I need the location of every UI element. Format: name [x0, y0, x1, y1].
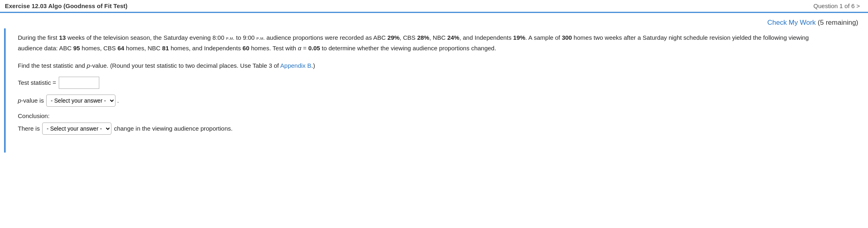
ind-pct: 19% [513, 34, 525, 41]
remaining-text: (5 remaining) [816, 19, 858, 27]
cbs-pct: 28% [417, 34, 429, 41]
ind-homes: 60 [243, 45, 250, 52]
alpha-value: 0.05 [308, 45, 320, 52]
test-statistic-row: Test statistic = [18, 77, 852, 89]
abc-homes: 95 [73, 45, 80, 52]
p-italic: p [87, 62, 90, 69]
check-my-work-label: Check My Work [767, 19, 816, 26]
pvalue-select[interactable]: - Select your answer - less than .005 .0… [46, 95, 115, 107]
weeks-bold: 13 [59, 34, 66, 41]
exercise-title: Exercise 12.03 Algo (Goodness of Fit Tes… [5, 2, 128, 9]
check-work-area: Check My Work (5 remaining) [0, 13, 868, 28]
conclusion-label: Conclusion: [18, 112, 852, 119]
find-text: Find the test statistic and p-value. (Ro… [18, 60, 852, 71]
alpha-symbol: α [298, 45, 301, 52]
pvalue-label: p-value is [18, 97, 44, 104]
appendix-b-link[interactable]: Appendix B [280, 62, 312, 69]
conclusion-pre-text: There is [18, 125, 40, 132]
nbc-pct: 24% [447, 34, 460, 41]
problem-text: During the first 13 weeks of the televis… [18, 32, 828, 53]
main-content: During the first 13 weeks of the televis… [4, 28, 868, 153]
period: . [117, 97, 119, 104]
conclusion-select[interactable]: - Select your answer - a significant no … [42, 123, 111, 135]
sample-num: 300 [562, 34, 572, 41]
cbs-homes: 64 [118, 45, 124, 52]
conclusion-post-text: change in the viewing audience proportio… [114, 125, 233, 132]
pvalue-row: p-value is - Select your answer - less t… [18, 95, 852, 107]
test-statistic-label: Test statistic = [18, 79, 56, 86]
question-nav: Question 1 of 6 > [813, 2, 860, 9]
conclusion-row: There is - Select your answer - a signif… [18, 123, 852, 135]
test-statistic-input[interactable] [59, 77, 99, 89]
abc-pct: 29% [387, 34, 400, 41]
top-bar: Exercise 12.03 Algo (Goodness of Fit Tes… [0, 0, 868, 13]
nbc-homes: 81 [162, 45, 169, 52]
check-my-work-button[interactable]: Check My Work [767, 19, 816, 27]
